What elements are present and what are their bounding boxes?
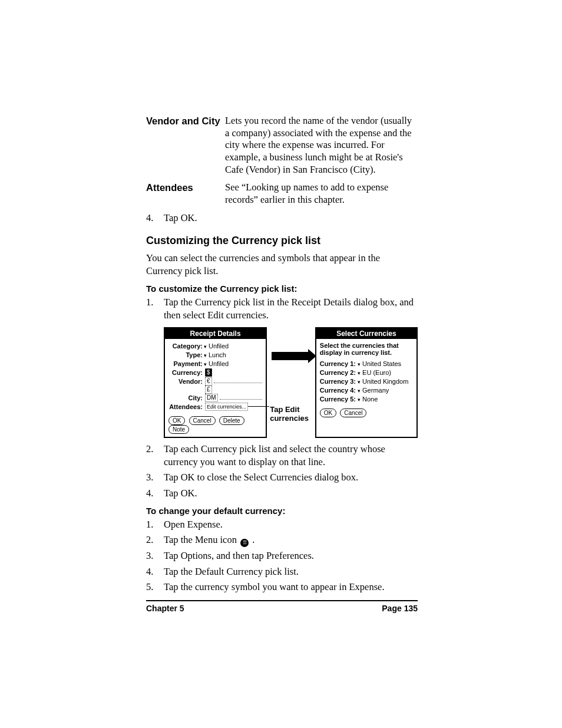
picklist-currency-5[interactable]: None	[362, 396, 378, 403]
cancel-button[interactable]: Cancel	[189, 416, 216, 425]
picklist-currency-1[interactable]: United States	[362, 360, 401, 367]
label-type: Type:	[168, 351, 204, 358]
dialog-title: Select Currencies	[316, 328, 416, 339]
procedure-heading: To customize the Currency pick list:	[146, 284, 418, 294]
dialog-select-currencies: Select Currencies Select the currencies …	[315, 327, 418, 438]
picklist-category[interactable]: Unfiled	[204, 342, 229, 350]
step-number: 4.	[146, 565, 164, 578]
label-category: Category:	[168, 342, 204, 350]
label-currency: Currency:	[168, 369, 204, 376]
chevron-down-icon	[204, 351, 207, 358]
chevron-down-icon	[358, 378, 361, 385]
step-text: Open Expense.	[164, 518, 418, 531]
footer-rule	[146, 600, 418, 601]
label-city: City:	[168, 394, 204, 401]
callout-text: Tap Edit currencies	[267, 406, 315, 423]
step-text: Tap OK.	[164, 212, 418, 225]
cancel-button[interactable]: Cancel	[340, 409, 366, 417]
arrow-icon	[272, 352, 309, 360]
step-text: Tap the Menu icon ☰ .	[164, 533, 418, 547]
chevron-down-icon	[204, 360, 207, 367]
picklist-currency-2[interactable]: EU (Euro)	[362, 369, 391, 376]
picklist-currency-3[interactable]: United Kingdom	[362, 378, 408, 385]
footer-chapter: Chapter 5	[146, 604, 184, 613]
step-number: 3.	[146, 471, 164, 484]
body-vendor-city: Lets you record the name of the vendor (…	[225, 115, 418, 176]
label-vendor: Vendor:	[168, 378, 204, 385]
step-text: Tap Options, and then tap Preferences.	[164, 549, 418, 562]
input-vendor[interactable]	[214, 379, 263, 383]
term-attendees: Attendees	[146, 182, 225, 206]
footer-page: Page 135	[382, 604, 418, 613]
label-currency-3: Currency 3:	[320, 378, 356, 385]
currency-option[interactable]: DM	[205, 394, 218, 402]
chevron-down-icon	[358, 387, 361, 394]
dialog-instruction: Select the currencies that display in cu…	[320, 342, 413, 356]
step-number: 4.	[146, 212, 164, 225]
step-number: 5.	[146, 581, 164, 594]
dialog-title: Receipt Details	[165, 328, 266, 339]
chevron-down-icon	[358, 369, 361, 376]
step-number: 2.	[146, 533, 164, 547]
figure-callout: Tap Edit currencies	[267, 327, 315, 438]
label-currency-4: Currency 4:	[320, 387, 356, 394]
label-currency-2: Currency 2:	[320, 369, 356, 376]
menu-icon: ☰	[240, 539, 249, 547]
label-attendees: Attendees:	[168, 403, 204, 410]
label-payment: Payment:	[168, 360, 204, 367]
label-currency-1: Currency 1:	[320, 360, 356, 367]
currency-option[interactable]: £	[205, 386, 212, 394]
definition-list: Vendor and City Lets you record the name…	[146, 115, 418, 206]
menu-edit-currencies[interactable]: Edit currencies...	[205, 403, 248, 411]
step-number: 1.	[146, 296, 164, 322]
step-text: Tap the Default Currency pick list.	[164, 565, 418, 578]
step-number: 3.	[146, 549, 164, 562]
chevron-down-icon	[204, 342, 207, 350]
step-text: Tap the Currency pick list in the Receip…	[164, 296, 418, 322]
step-text: Tap each Currency pick list and select t…	[164, 443, 418, 469]
step-text: Tap OK to close the Select Currencies di…	[164, 471, 418, 484]
ok-button[interactable]: OK	[168, 416, 185, 425]
section-heading: Customizing the Currency pick list	[146, 235, 418, 247]
note-button[interactable]: Note	[168, 425, 189, 434]
chevron-down-icon	[358, 396, 361, 403]
chevron-down-icon	[358, 360, 361, 367]
step-text: Tap OK.	[164, 487, 418, 500]
delete-button[interactable]: Delete	[219, 416, 244, 425]
label-currency-5: Currency 5:	[320, 396, 356, 403]
step-number: 4.	[146, 487, 164, 500]
picklist-currency-4[interactable]: Germany	[362, 387, 389, 394]
term-vendor-city: Vendor and City	[146, 115, 225, 176]
picklist-type[interactable]: Lunch	[204, 351, 226, 358]
step-text: Tap the currency symbol you want to appe…	[164, 581, 418, 594]
step-number: 1.	[146, 518, 164, 531]
intro-paragraph: You can select the currencies and symbol…	[146, 252, 418, 278]
input-city[interactable]	[220, 396, 263, 400]
currency-option[interactable]: €	[205, 377, 212, 386]
step-number: 2.	[146, 443, 164, 469]
procedure-heading: To change your default currency:	[146, 506, 418, 516]
figure: Receipt Details Category: Unfiled Type: …	[164, 327, 418, 438]
ok-button[interactable]: OK	[320, 409, 336, 417]
picklist-currency[interactable]: $	[205, 368, 212, 377]
picklist-payment[interactable]: Unfiled	[204, 360, 229, 367]
dialog-receipt-details: Receipt Details Category: Unfiled Type: …	[164, 327, 267, 438]
leader-line	[248, 406, 269, 407]
body-attendees: See “Looking up names to add to expense …	[225, 182, 418, 206]
page-footer: Chapter 5 Page 135	[146, 600, 418, 613]
